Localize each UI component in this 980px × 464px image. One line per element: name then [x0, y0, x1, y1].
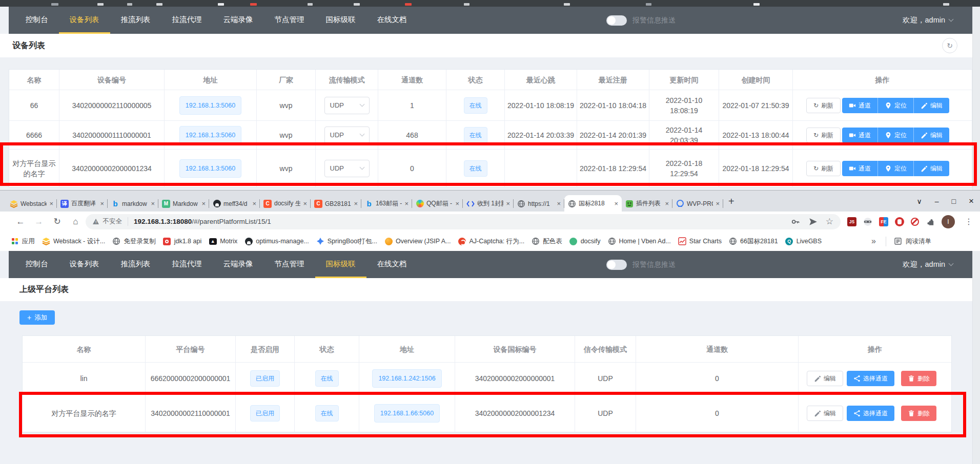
browser-tab[interactable]: Webstack× — [6, 195, 57, 212]
tab-close-icon[interactable]: × — [151, 200, 155, 207]
tab-close-icon[interactable]: × — [354, 200, 358, 207]
tab-close-icon[interactable]: × — [49, 200, 53, 207]
nav-item-online-doc[interactable]: 在线文档 — [366, 7, 418, 34]
send-icon[interactable] — [808, 217, 818, 226]
maximize-button[interactable]: □ — [952, 197, 956, 205]
adblock-hand-icon[interactable] — [895, 217, 904, 226]
nav-item-pull-proxy[interactable]: 拉流代理 — [161, 7, 213, 34]
edit-button[interactable]: 编辑 — [913, 98, 949, 113]
browser-tab[interactable]: bmarkdow× — [108, 195, 158, 212]
bookmark-item[interactable]: 免登录复制 — [109, 236, 159, 247]
nav-item-device-list[interactable]: 设备列表 — [59, 7, 110, 34]
tab-close-icon[interactable]: × — [506, 200, 510, 207]
minimize-button[interactable]: – — [935, 197, 939, 205]
bookmark-item[interactable]: ▲Motrix — [205, 236, 241, 247]
nav-item-push-list[interactable]: 推流列表 — [110, 251, 161, 278]
edit-button[interactable]: 编辑 — [913, 161, 949, 176]
home-icon[interactable]: ⌂ — [67, 217, 85, 227]
browser-tab[interactable]: https://1× — [514, 195, 564, 212]
bookmark-apps[interactable]: 应用 — [7, 236, 38, 247]
nav-item-gb-cascade[interactable]: 国标级联 — [315, 7, 366, 34]
nav-item-cloud-record[interactable]: 云端录像 — [213, 251, 264, 278]
bookmark-item[interactable]: optimus-manage... — [241, 236, 313, 247]
key-icon[interactable] — [791, 217, 800, 226]
delete-button[interactable]: 删除 — [901, 371, 936, 386]
tab-close-icon[interactable]: × — [614, 200, 618, 207]
bookmark-item[interactable]: 66国标28181 — [725, 236, 782, 247]
nav-item-pull-proxy[interactable]: 拉流代理 — [161, 251, 213, 278]
scrollbar[interactable] — [972, 251, 980, 464]
browser-menu-icon[interactable]: ⋮ — [965, 217, 973, 226]
extensions-puzzle-icon[interactable] — [926, 217, 935, 226]
browser-tab[interactable]: meff34/d× — [209, 195, 260, 212]
user-menu[interactable]: 欢迎，admin — [903, 7, 953, 34]
browser-tab[interactable]: 收到 1封新× — [463, 195, 514, 212]
refresh-button[interactable]: ↻刷新 — [806, 128, 841, 143]
channel-button[interactable]: 通道 — [842, 98, 877, 113]
edit-button[interactable]: 编辑 — [913, 128, 949, 143]
reading-list-button[interactable]: 阅读清单 — [894, 237, 931, 246]
forward-icon[interactable]: → — [30, 217, 48, 227]
bookmark-item[interactable]: QLiveGBS — [782, 236, 825, 247]
nav-item-node-manage[interactable]: 节点管理 — [264, 7, 315, 34]
security-label[interactable]: 不安全 — [103, 217, 122, 226]
channel-button[interactable]: 通道 — [842, 161, 877, 176]
nav-item-gb-cascade[interactable]: 国标级联 — [315, 251, 366, 278]
tab-close-icon[interactable]: × — [100, 200, 104, 207]
tab-close-icon[interactable]: × — [455, 200, 459, 207]
address-tag[interactable]: 192.168.1.242:1506 — [372, 369, 441, 388]
address-tag[interactable]: 192.168.1.3:5060 — [179, 96, 241, 115]
refresh-page-button[interactable]: ↻ — [942, 38, 957, 53]
nav-item-online-doc[interactable]: 在线文档 — [366, 251, 418, 278]
browser-profile-avatar[interactable]: I — [942, 215, 955, 228]
tab-close-icon[interactable]: × — [557, 200, 561, 207]
bookmark-star-icon[interactable]: ☆ — [826, 216, 833, 227]
tab-close-icon[interactable]: × — [716, 200, 720, 207]
scrollbar[interactable] — [972, 7, 980, 190]
stream-mode-select[interactable]: UDP — [324, 126, 370, 144]
bookmark-item[interactable]: Overview (JSIP A... — [381, 236, 454, 247]
not-secure-warning-icon[interactable]: ! — [93, 219, 99, 224]
refresh-button[interactable]: ↻刷新 — [806, 98, 841, 113]
nav-item-device-list[interactable]: 设备列表 — [59, 251, 110, 278]
delete-button[interactable]: 删除 — [901, 406, 936, 421]
select-channel-button[interactable]: 选择通道 — [847, 371, 894, 386]
bookmark-item[interactable]: SpringBoot打包... — [313, 236, 381, 247]
bookmarks-overflow-icon[interactable]: » — [871, 237, 876, 246]
tab-close-icon[interactable]: × — [303, 200, 307, 207]
browser-tab[interactable]: 插件列表× — [622, 195, 672, 212]
bookmark-item[interactable]: jdk1.8 api — [159, 236, 206, 247]
new-tab-button[interactable]: + — [728, 196, 734, 207]
locate-button[interactable]: 定位 — [877, 161, 913, 176]
tab-search-icon[interactable]: ∨ — [917, 197, 922, 205]
browser-tab[interactable]: CGB28181× — [311, 195, 361, 212]
browser-tab[interactable]: QQ邮箱 -× — [412, 195, 463, 212]
alarm-push-toggle[interactable] — [606, 15, 627, 26]
tab-close-icon[interactable]: × — [404, 200, 409, 207]
edit-button[interactable]: 编辑 — [807, 406, 843, 421]
browser-tab[interactable]: 译百度翻译× — [57, 195, 108, 212]
tab-close-icon[interactable]: × — [252, 200, 256, 207]
address-tag[interactable]: 192.168.1.3:5060 — [179, 126, 241, 144]
blocker-extension-icon[interactable] — [911, 218, 919, 226]
url-input[interactable]: ! 不安全 192.168.1.3:18080 /#/parentPlatfor… — [86, 214, 841, 229]
reload-icon[interactable]: ↻ — [48, 216, 67, 227]
back-icon[interactable]: ← — [11, 217, 30, 227]
bookmark-item[interactable]: 配色表 — [528, 236, 566, 247]
stream-mode-select[interactable]: UDP — [324, 97, 370, 114]
close-button[interactable]: × — [969, 196, 974, 206]
browser-tab[interactable]: WVP-PRO× — [672, 195, 723, 212]
bookmark-item[interactable]: docsify — [566, 236, 604, 247]
alarm-push-toggle[interactable] — [606, 260, 627, 270]
browser-tab[interactable]: MMarkdow× — [158, 195, 209, 212]
fe-extension-icon[interactable]: FE — [879, 217, 888, 226]
bookmark-item[interactable]: Home | Vben Ad... — [604, 236, 675, 247]
tab-close-icon[interactable]: × — [201, 200, 206, 207]
nav-item-console[interactable]: 控制台 — [15, 251, 59, 278]
locate-button[interactable]: 定位 — [877, 128, 913, 143]
locate-button[interactable]: 定位 — [877, 98, 913, 113]
bookmark-item[interactable]: AJ-Captcha: 行为... — [454, 236, 528, 247]
address-tag[interactable]: 192.168.1.66:5060 — [374, 404, 440, 423]
bookmark-item[interactable]: Webstack - 设计... — [38, 236, 109, 247]
js-extension-icon[interactable]: JS — [847, 217, 856, 226]
